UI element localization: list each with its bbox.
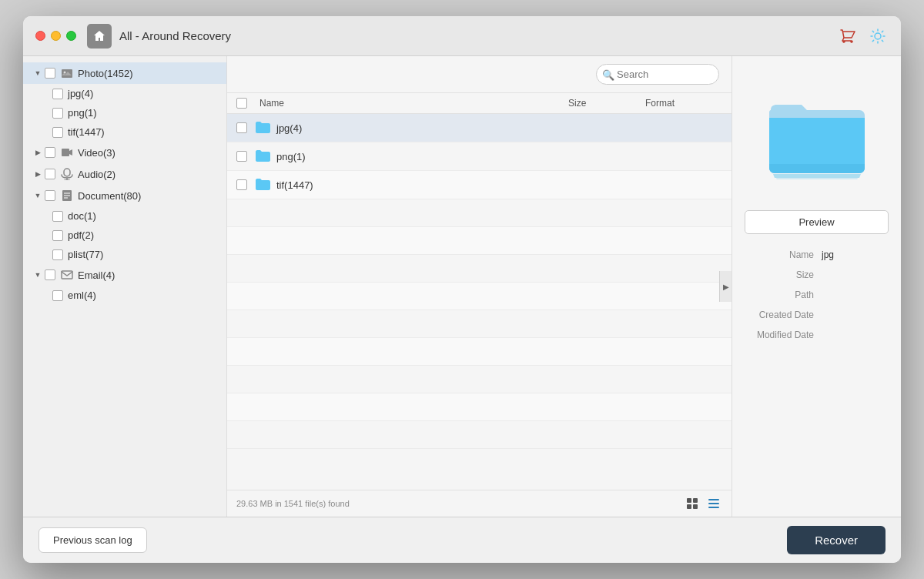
empty-row [227,393,732,421]
app-title: All - Around Recovery [119,29,836,42]
sidebar-item-eml[interactable]: eml(4) [23,286,226,305]
document-icon [60,189,74,202]
document-label: Document(80) [78,190,141,202]
path-label: Path [745,290,814,300]
folder-icon-tif [255,177,270,192]
table-row[interactable]: tif(1447) [227,171,732,199]
checkbox-document[interactable] [45,190,55,201]
col-name-header: Name [259,98,568,109]
created-date-label: Created Date [745,310,814,320]
svg-rect-11 [693,498,698,503]
maximize-button[interactable] [66,31,76,41]
empty-row [227,283,732,310]
file-count-label: 29.63 MB in 1541 file(s) found [236,499,350,508]
sidebar-item-audio[interactable]: Audio(2) [23,163,226,185]
grid-view-button[interactable] [684,495,701,512]
detail-row-path: Path [745,290,889,300]
app-window: All - Around Recovery [23,16,901,563]
detail-row-created: Created Date [745,310,889,320]
checkbox-video[interactable] [45,147,55,158]
checkbox-eml[interactable] [52,290,63,301]
detail-row-modified: Modified Date [745,330,889,340]
name-value: jpg [822,249,889,260]
settings-icon[interactable] [867,25,889,47]
video-label: Video(3) [78,147,116,159]
sidebar-item-pdf[interactable]: pdf(2) [23,226,226,245]
file-name-png: png(1) [276,151,568,162]
expand-panel-arrow[interactable]: ▶ [719,271,732,302]
svg-rect-15 [708,503,719,504]
photo-icon [60,66,74,80]
home-button[interactable] [87,24,112,49]
checkbox-photo[interactable] [45,68,55,79]
row-checkbox-tif[interactable] [236,179,247,190]
checkbox-pdf[interactable] [52,230,63,241]
svg-rect-9 [62,271,72,279]
home-icon [93,30,105,42]
sidebar-item-email[interactable]: Email(4) [23,264,226,286]
svg-rect-16 [708,507,719,508]
file-list-footer: 29.63 MB in 1541 file(s) found [227,490,732,517]
svg-rect-13 [693,504,698,509]
checkbox-tif[interactable] [52,127,63,138]
expand-arrow-video[interactable] [32,147,43,158]
cart-icon[interactable] [836,25,858,47]
file-list-container: 🔍 Name Size Format [227,56,732,517]
folder-preview-icon [767,87,867,179]
minimize-button[interactable] [51,31,61,41]
col-format-header: Format [645,98,722,109]
email-icon [60,268,74,282]
view-icons [684,495,722,512]
svg-rect-12 [687,504,691,509]
previous-scan-log-button[interactable]: Previous scan log [38,527,147,553]
table-row[interactable]: png(1) [227,142,732,171]
expand-arrow-photo[interactable] [32,68,43,79]
search-input[interactable] [596,64,719,85]
row-checkbox-png[interactable] [236,151,247,162]
audio-icon [60,167,74,181]
preview-button[interactable]: Preview [745,210,889,234]
select-all-checkbox[interactable] [236,98,247,109]
svg-rect-3 [62,149,69,156]
empty-row [227,310,732,338]
plist-label: plist(77) [68,249,103,260]
list-view-button[interactable] [705,495,722,512]
file-list: jpg(4) png(1) [227,114,732,490]
bottom-bar: Previous scan log Recover [23,517,901,563]
sidebar-item-video[interactable]: Video(3) [23,142,226,163]
checkbox-plist[interactable] [52,249,63,260]
row-checkbox-jpg[interactable] [236,122,247,133]
audio-label: Audio(2) [78,169,116,180]
search-wrapper: 🔍 [596,64,719,85]
close-button[interactable] [35,31,45,41]
checkbox-jpg[interactable] [52,89,63,99]
sidebar-item-photo[interactable]: Photo(1452) [23,62,226,84]
file-list-header: Name Size Format [227,93,732,114]
expand-arrow-document[interactable] [32,190,43,201]
size-label: Size [745,269,814,280]
table-row[interactable]: jpg(4) [227,114,732,142]
detail-row-size: Size [745,269,889,280]
checkbox-audio[interactable] [45,169,55,179]
sidebar-item-tif[interactable]: tif(1447) [23,122,226,142]
recover-button[interactable]: Recover [787,526,886,554]
sidebar-item-doc[interactable]: doc(1) [23,206,226,226]
svg-rect-4 [64,169,70,176]
sidebar-item-document[interactable]: Document(80) [23,185,226,206]
modified-date-label: Modified Date [745,330,814,340]
checkbox-png[interactable] [52,108,63,119]
detail-info: Name jpg Size Path Created Date [732,243,901,517]
name-label: Name [745,249,814,260]
sidebar-item-png[interactable]: png(1) [23,103,226,122]
video-icon [60,146,74,159]
checkbox-email[interactable] [45,269,55,280]
sidebar-item-plist[interactable]: plist(77) [23,245,226,264]
sidebar-item-jpg[interactable]: jpg(4) [23,84,226,103]
col-size-header: Size [568,98,645,109]
checkbox-doc[interactable] [52,211,63,222]
folder-icon-png [255,149,270,164]
png-label: png(1) [68,107,97,119]
expand-arrow-email[interactable] [32,269,43,280]
tif-label: tif(1447) [68,126,105,138]
expand-arrow-audio[interactable] [32,169,43,179]
